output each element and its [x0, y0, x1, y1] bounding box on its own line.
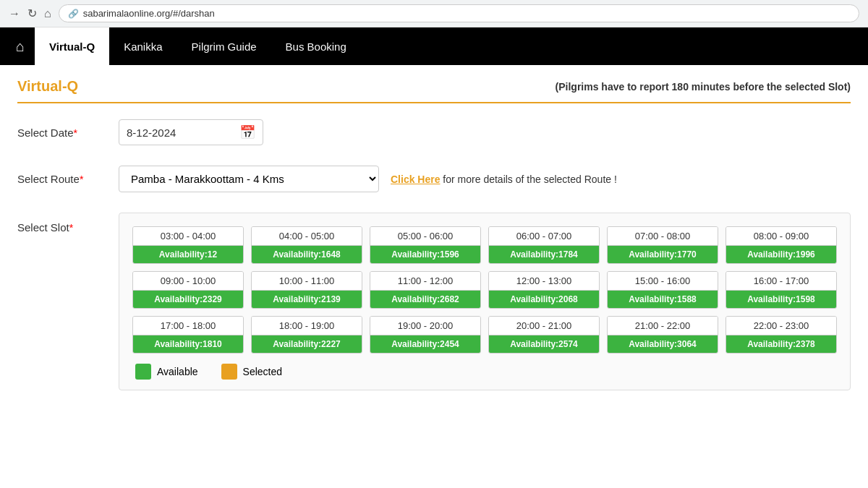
url-security-icon: 🔗 [68, 9, 79, 19]
slot-availability: Availability:1770 [608, 246, 718, 263]
page-content: Virtual-Q (Pilgrims have to report 180 m… [0, 65, 868, 424]
route-link-suffix: for more details of the selected Route ! [440, 174, 616, 185]
slot-availability: Availability:2227 [252, 335, 362, 353]
slot-card[interactable]: 03:00 - 04:00Availability:12 [132, 226, 244, 264]
legend-selected: Selected [221, 364, 282, 380]
slot-card[interactable]: 20:00 - 21:00Availability:2574 [488, 316, 600, 354]
slot-card[interactable]: 17:00 - 18:00Availability:1810 [132, 316, 244, 354]
url-text: sabarimalaonline.org/#/darshan [83, 8, 215, 19]
slot-availability: Availability:2682 [370, 291, 480, 308]
route-link-wrapper: Click Here for more details of the selec… [391, 174, 617, 185]
slot-time: 04:00 - 05:00 [252, 227, 362, 246]
legend: Available Selected [132, 364, 837, 380]
slot-availability: Availability:2329 [133, 291, 243, 308]
slot-grid: 03:00 - 04:00Availability:1204:00 - 05:0… [132, 226, 837, 354]
legend-selected-box [221, 364, 237, 380]
date-label: Select Date* [17, 127, 119, 139]
slot-time: 05:00 - 06:00 [370, 227, 480, 246]
slot-availability: Availability:1598 [726, 291, 836, 308]
slot-card[interactable]: 04:00 - 05:00Availability:1648 [251, 226, 362, 264]
slot-card[interactable]: 18:00 - 19:00Availability:2227 [251, 316, 362, 354]
slot-time: 06:00 - 07:00 [489, 227, 599, 246]
slot-time: 15:00 - 16:00 [608, 272, 718, 291]
route-required-star: * [80, 174, 83, 185]
route-select[interactable]: Pamba - Marakkoottam - 4 Kms [119, 166, 379, 192]
date-value: 8-12-2024 [127, 127, 176, 139]
slot-availability: Availability:3064 [608, 335, 718, 353]
slot-container: 03:00 - 04:00Availability:1204:00 - 05:0… [119, 213, 851, 390]
slot-availability: Availability:1596 [370, 246, 480, 263]
slot-time: 22:00 - 23:00 [726, 317, 836, 335]
date-row: Select Date* 8-12-2024 📅 [17, 119, 851, 145]
browser-bar: → ↻ ⌂ 🔗 sabarimalaonline.org/#/darshan [0, 0, 868, 27]
legend-available-label: Available [157, 366, 198, 377]
slot-time: 19:00 - 20:00 [370, 317, 480, 335]
slot-card[interactable]: 10:00 - 11:00Availability:2139 [251, 271, 362, 309]
slot-time: 11:00 - 12:00 [370, 272, 480, 291]
slot-card[interactable]: 11:00 - 12:00Availability:2682 [370, 271, 481, 309]
slot-card[interactable]: 15:00 - 16:00Availability:1588 [607, 271, 718, 309]
slot-availability: Availability:1810 [133, 335, 243, 353]
calendar-icon: 📅 [239, 124, 255, 140]
slot-availability: Availability:12 [133, 246, 243, 263]
slot-availability: Availability:2454 [370, 335, 480, 353]
slot-card[interactable]: 19:00 - 20:00Availability:2454 [370, 316, 481, 354]
slot-time: 17:00 - 18:00 [133, 317, 243, 335]
slot-card[interactable]: 09:00 - 10:00Availability:2329 [132, 271, 244, 309]
route-details-link[interactable]: Click Here [391, 174, 440, 185]
url-bar[interactable]: 🔗 sabarimalaonline.org/#/darshan [59, 4, 859, 22]
page-notice: (Pilgrims have to report 180 minutes bef… [556, 81, 851, 93]
slot-required-star: * [69, 222, 73, 234]
slot-card[interactable]: 06:00 - 07:00Availability:1784 [488, 226, 600, 264]
slot-time: 16:00 - 17:00 [726, 272, 836, 291]
slot-card[interactable]: 22:00 - 23:00Availability:2378 [726, 316, 837, 354]
nav-home-icon[interactable]: ⌂ [6, 38, 35, 55]
slot-time: 10:00 - 11:00 [252, 272, 362, 291]
slot-availability: Availability:2139 [252, 291, 362, 308]
date-required-star: * [74, 127, 77, 139]
slot-availability: Availability:1996 [726, 246, 836, 263]
date-input[interactable]: 8-12-2024 📅 [119, 119, 263, 145]
slot-time: 08:00 - 09:00 [726, 227, 836, 246]
slot-time: 20:00 - 21:00 [489, 317, 599, 335]
nav-item-bus-booking[interactable]: Bus Booking [271, 27, 361, 65]
slot-availability: Availability:1648 [252, 246, 362, 263]
slot-availability: Availability:2068 [489, 291, 599, 308]
legend-available: Available [135, 364, 198, 380]
nav-item-pilgrim-guide[interactable]: Pilgrim Guide [177, 27, 271, 65]
legend-available-box [135, 364, 151, 380]
slot-label: Select Slot* [17, 213, 119, 234]
slot-card[interactable]: 16:00 - 17:00Availability:1598 [726, 271, 837, 309]
nav-item-virtualq[interactable]: Virtual-Q [35, 27, 109, 65]
slot-time: 09:00 - 10:00 [133, 272, 243, 291]
nav-bar: ⌂ Virtual-Q Kanikka Pilgrim Guide Bus Bo… [0, 27, 868, 65]
slot-availability: Availability:1588 [608, 291, 718, 308]
nav-item-kanikka[interactable]: Kanikka [109, 27, 176, 65]
slot-time: 21:00 - 22:00 [608, 317, 718, 335]
route-row: Select Route* Pamba - Marakkoottam - 4 K… [17, 166, 851, 192]
slot-availability: Availability:2378 [726, 335, 836, 353]
page-header: Virtual-Q (Pilgrims have to report 180 m… [17, 78, 851, 103]
slot-card[interactable]: 21:00 - 22:00Availability:3064 [607, 316, 718, 354]
refresh-button[interactable]: ↻ [27, 7, 37, 20]
page-title: Virtual-Q [17, 78, 78, 95]
slot-card[interactable]: 08:00 - 09:00Availability:1996 [726, 226, 837, 264]
slot-time: 18:00 - 19:00 [252, 317, 362, 335]
slot-time: 07:00 - 08:00 [608, 227, 718, 246]
slot-availability: Availability:2574 [489, 335, 599, 353]
legend-selected-label: Selected [243, 366, 282, 377]
slot-card[interactable]: 05:00 - 06:00Availability:1596 [370, 226, 481, 264]
route-label: Select Route* [17, 173, 119, 185]
slot-availability: Availability:1784 [489, 246, 599, 263]
slot-time: 03:00 - 04:00 [133, 227, 243, 246]
slot-time: 12:00 - 13:00 [489, 272, 599, 291]
slot-row: Select Slot* 03:00 - 04:00Availability:1… [17, 213, 851, 390]
back-button[interactable]: → [9, 7, 20, 20]
slot-card[interactable]: 12:00 - 13:00Availability:2068 [488, 271, 600, 309]
home-button[interactable]: ⌂ [44, 7, 51, 20]
slot-card[interactable]: 07:00 - 08:00Availability:1770 [607, 226, 718, 264]
